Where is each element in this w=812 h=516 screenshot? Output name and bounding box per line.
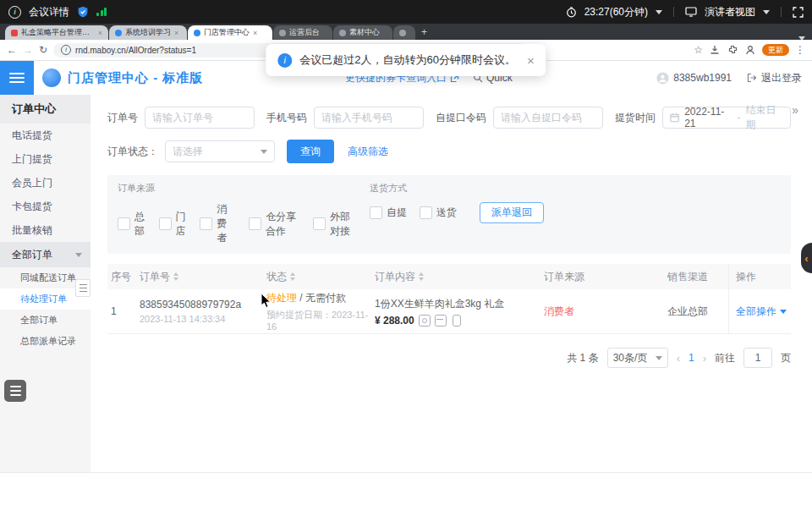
divider: [673, 7, 674, 17]
filter-collapse-icon[interactable]: »: [792, 103, 798, 117]
checkbox-source-share[interactable]: 仓分享合作: [249, 210, 300, 239]
sidebar-item-batch-verify[interactable]: 批量核销: [0, 218, 91, 242]
sidebar-item-door-pickup[interactable]: 上门提货: [0, 147, 91, 171]
user-account[interactable]: 8385wb1991: [656, 72, 732, 85]
row-order-no-cell: 83859345088979792a 2023-11-13 14:33:34: [136, 299, 263, 324]
order-no-input[interactable]: [145, 107, 255, 129]
sidebar-item-all-orders[interactable]: 全部订单: [0, 310, 91, 331]
col-order-no[interactable]: 订单号: [136, 270, 263, 284]
page-size-select[interactable]: 30条/页: [607, 348, 668, 368]
brand: 门店管理中心 - 标准版: [42, 61, 203, 95]
table-row[interactable]: 1 83859345088979792a 2023-11-13 14:33:34…: [107, 289, 791, 334]
info-icon: i: [277, 53, 292, 68]
tab-favicon: [279, 30, 286, 36]
view-mode-icon: [685, 7, 697, 17]
phone-icon: [453, 315, 461, 327]
order-status-select[interactable]: 请选择: [165, 140, 275, 162]
header-right: 8385wb1991 退出登录: [656, 61, 802, 95]
row-channel: 企业总部: [664, 305, 728, 319]
tab-close-icon[interactable]: ×: [98, 29, 102, 37]
toast-close-icon[interactable]: ×: [527, 53, 535, 68]
forward-button[interactable]: →: [23, 45, 33, 55]
view-mode-label[interactable]: 演讲者视图: [705, 5, 755, 19]
goto-page-input[interactable]: [743, 348, 772, 368]
browser-tabstrip: 礼盒策略平台管理中心 × 系统培训学习 × 门店管理中心 × 运营后台 素材中心…: [0, 24, 812, 40]
date-start-value: 2022-11-21: [684, 106, 732, 129]
fullscreen-icon[interactable]: [793, 7, 804, 18]
order-no-value: 83859345088979792a: [140, 299, 263, 310]
browser-tab[interactable]: 素材中心: [333, 25, 392, 40]
browser-tab[interactable]: [393, 25, 415, 40]
row-index: 1: [107, 305, 136, 317]
filter-row-2: 订单状态： 请选择 查询 高级筛选: [107, 140, 791, 163]
pickup-code-input[interactable]: [493, 107, 603, 129]
next-page-button[interactable]: ›: [703, 352, 706, 365]
sidebar-group-label: 全部订单: [12, 248, 52, 262]
sidebar-group-all-orders[interactable]: 全部订单: [0, 242, 91, 267]
user-avatar-icon: [656, 72, 669, 85]
col-content[interactable]: 订单内容: [371, 270, 540, 284]
bookmark-icon[interactable]: ☆: [694, 45, 703, 55]
advanced-filter-link[interactable]: 高级筛选: [348, 145, 388, 159]
sort-icon[interactable]: [419, 272, 424, 281]
pickup-code-label: 自提口令码: [436, 111, 486, 125]
download-icon[interactable]: [709, 44, 721, 56]
checkbox-source-external[interactable]: 外部对接: [313, 210, 357, 239]
checkbox-delivery-selfpickup[interactable]: 自提: [370, 206, 407, 220]
browser-tab-active[interactable]: 门店管理中心 ×: [188, 25, 272, 40]
date-end-placeholder: 结束日期: [745, 103, 783, 132]
checkbox-delivery-delivery[interactable]: 送货: [420, 206, 457, 220]
sidebar-item-hq-dispatch-log[interactable]: 总部派单记录: [0, 331, 91, 352]
checkbox-source-store[interactable]: 门店: [159, 210, 188, 239]
browser-update-button[interactable]: 更新: [762, 44, 789, 56]
extensions-icon[interactable]: [727, 44, 738, 56]
meeting-detail-label[interactable]: 会议详情: [29, 5, 69, 19]
sort-icon[interactable]: [290, 272, 295, 281]
network-signal-icon: [96, 8, 107, 16]
tab-favicon: [339, 30, 346, 36]
checkbox-source-consumer[interactable]: 消费者: [200, 202, 236, 245]
sidebar-collapse-handle[interactable]: [75, 279, 91, 297]
date-range-picker[interactable]: 2022-11-21 - 结束日期: [662, 107, 791, 129]
sidebar-item-phone-pickup[interactable]: 电话提货: [0, 124, 91, 147]
total-count: 共 1 条: [567, 351, 598, 365]
order-content-value: 1份XX生鲜羊肉礼盒3kg 礼盒: [375, 297, 540, 311]
floating-toolbar-button[interactable]: [4, 380, 26, 402]
browser-tab[interactable]: 系统培训学习 ×: [109, 25, 187, 40]
profile-icon[interactable]: [744, 44, 756, 56]
phone-input[interactable]: [314, 107, 424, 129]
site-info-icon[interactable]: i: [61, 45, 71, 55]
tab-close-icon[interactable]: ×: [174, 29, 178, 37]
back-button[interactable]: ←: [7, 45, 17, 55]
dispatch-return-button[interactable]: 派单退回: [480, 202, 544, 223]
prev-page-button[interactable]: ‹: [677, 352, 680, 365]
checkbox-icon: [159, 217, 172, 230]
screen: i 会议详情 23:27(60分钟) 演讲者视图: [0, 0, 812, 516]
reload-button[interactable]: ↻: [39, 45, 47, 55]
tab-close-icon[interactable]: ×: [253, 29, 257, 37]
all-actions-dropdown[interactable]: 全部操作: [736, 305, 787, 319]
sidebar-item-card-pickup[interactable]: 卡包提货: [0, 195, 91, 218]
meeting-info-icon[interactable]: i: [8, 6, 21, 19]
new-tab-button[interactable]: +: [421, 26, 427, 38]
logout-button[interactable]: 退出登录: [747, 71, 802, 85]
image-icon: [419, 315, 431, 327]
current-page[interactable]: 1: [689, 352, 694, 364]
logout-icon: [747, 73, 757, 83]
checkbox-source-hq[interactable]: 总部: [118, 210, 146, 239]
meeting-panel-handle[interactable]: ‹: [801, 243, 812, 273]
sort-icon[interactable]: [173, 272, 178, 281]
browser-tab[interactable]: 礼盒策略平台管理中心 ×: [5, 25, 108, 40]
order-time-value: 2023-11-13 14:33:34: [140, 314, 263, 324]
search-button[interactable]: 查询: [287, 140, 334, 163]
col-status[interactable]: 状态: [263, 270, 371, 284]
view-mode-caret-icon[interactable]: [763, 10, 770, 14]
sidebar-item-member-visit[interactable]: 会员上门: [0, 171, 91, 195]
browser-tab[interactable]: 运营后台: [273, 25, 332, 40]
browser-menu-icon[interactable]: ⋮: [795, 44, 805, 56]
timer-caret-icon[interactable]: [656, 10, 662, 14]
pickup-date-value: 预约提货日期：2023-11-16: [266, 309, 371, 332]
checkbox-icon: [370, 206, 382, 219]
app-menu-button[interactable]: [0, 61, 34, 95]
chevron-down-icon: [75, 253, 82, 257]
